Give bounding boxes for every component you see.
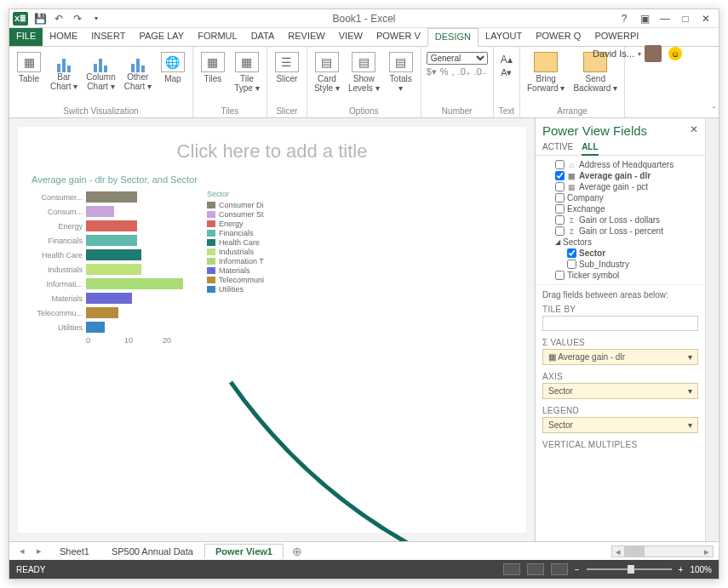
show-levels--button[interactable]: ▤ShowLevels ▾ [347,50,381,106]
ribbon-options-icon[interactable]: ▣ [637,12,652,26]
sheet-tab[interactable]: SP500 Annual Data [100,544,204,559]
tab-data[interactable]: DATA [244,28,282,46]
sheet-tab[interactable]: Power View1 [204,544,284,559]
tileby-dropzone[interactable] [542,316,698,331]
tab-powerpi[interactable]: POWERPI [588,28,645,46]
tab-formul[interactable]: FORMUL [191,28,244,46]
tab-design[interactable]: DESIGN [427,28,479,47]
card-style--button[interactable]: ▤CardStyle ▾ [312,50,341,106]
sheet-nav-prev-icon[interactable]: ◂ [14,545,30,557]
vertical-scrollbar[interactable] [705,118,719,541]
bring-forward--button[interactable]: BringForward ▾ [525,50,566,106]
view-page-icon[interactable] [527,563,544,575]
decrease-decimal-icon[interactable]: .0₋ [474,66,487,77]
bar[interactable] [86,220,137,231]
table-button[interactable]: ▦Table [14,50,43,106]
redo-icon[interactable]: ↷ [71,12,84,26]
decrease-font-icon[interactable]: A▾ [501,67,512,78]
bar[interactable] [86,293,132,304]
field-item[interactable]: Exchange [541,203,700,214]
field-checkbox[interactable] [555,160,565,169]
minimize-icon[interactable]: — [657,12,673,26]
zoom-in-icon[interactable]: + [679,565,684,574]
save-icon[interactable]: 💾 [33,12,47,26]
bar[interactable] [86,206,114,217]
field-checkbox[interactable] [555,271,565,280]
field-item[interactable]: ΣGain or Loss - percent [541,225,700,237]
field-item[interactable]: Company [541,192,700,203]
signed-in-user[interactable]: David Is... [593,49,634,59]
tab-power-v[interactable]: POWER V [370,28,427,46]
field-checkbox[interactable] [555,182,565,191]
bar[interactable] [86,307,118,318]
close-icon[interactable]: ✕ [698,12,714,26]
bar-chart--button[interactable]: BarChart ▾ [49,50,79,106]
tab-insert[interactable]: INSERT [84,28,132,46]
axis-dropzone[interactable]: Sector▾ [542,383,698,399]
tab-layout[interactable]: LAYOUT [479,28,529,46]
scroll-left-icon[interactable]: ◂ [612,546,624,557]
fields-tab-active[interactable]: ACTIVE [542,140,573,155]
tab-home[interactable]: HOME [43,28,84,46]
horizontal-scrollbar[interactable]: ◂▸ [611,545,714,557]
feedback-smiley-icon[interactable]: ☺ [668,47,682,60]
tab-file[interactable]: FILE [9,28,43,46]
bar[interactable] [86,191,137,203]
bar[interactable] [86,322,105,333]
zoom-slider[interactable] [587,568,672,570]
field-item[interactable]: ⌂Address of Headquarters [541,159,700,170]
tab-power-q[interactable]: POWER Q [529,28,588,46]
currency-icon[interactable]: $▾ [427,66,437,77]
field-item[interactable]: ▦Average gain - pct [541,181,700,192]
fields-tab-all[interactable]: ALL [582,140,598,156]
undo-icon[interactable]: ↶ [52,12,66,26]
chevron-down-icon[interactable]: ▾ [688,352,692,362]
increase-font-icon[interactable]: A▴ [501,54,513,66]
add-sheet-icon[interactable]: ⊕ [285,545,309,558]
field-checkbox[interactable] [555,226,565,236]
field-checkbox[interactable] [567,248,576,258]
user-avatar[interactable] [645,45,662,62]
tab-page-lay[interactable]: PAGE LAY [132,28,191,46]
legend-dropzone[interactable]: Sector▾ [542,417,698,433]
field-item[interactable]: ▦Average gain - dlr [541,170,700,181]
tab-review[interactable]: REVIEW [281,28,331,46]
comma-icon[interactable]: , [452,66,455,77]
bar[interactable] [86,264,141,275]
other-chart--button[interactable]: OtherChart ▾ [123,50,153,106]
collapse-ribbon-icon[interactable]: ˆ [713,106,715,116]
sheet-nav-next-icon[interactable]: ▸ [32,545,47,557]
field-checkbox[interactable] [555,171,565,180]
field-item[interactable]: Sub_Industry [541,259,700,270]
tab-view[interactable]: VIEW [332,28,370,46]
maximize-icon[interactable]: □ [678,12,693,26]
field-item[interactable]: Ticker symbol [541,270,700,281]
column-chart--button[interactable]: ColumnChart ▾ [84,50,117,106]
zoom-out-icon[interactable]: − [575,565,580,574]
qat-customize-icon[interactable]: ▾ [89,12,103,26]
help-icon[interactable]: ? [616,12,632,26]
title-placeholder[interactable]: Click here to add a title [32,135,513,174]
view-normal-icon[interactable] [503,563,520,575]
field-checkbox[interactable] [567,260,576,269]
tiles-button[interactable]: ▦Tiles [198,50,227,106]
field-item[interactable]: ΣGain or Loss - dollars [541,214,700,225]
values-dropzone[interactable]: ▦ Average gain - dlr▾ [542,349,698,365]
sheet-tab[interactable]: Sheet1 [49,544,100,559]
field-checkbox[interactable] [555,215,565,225]
chevron-down-icon[interactable]: ▾ [688,420,692,430]
number-format-select[interactable]: General [427,52,488,65]
bar[interactable] [86,249,141,260]
map-button[interactable]: 🌐Map [158,50,187,106]
field-checkbox[interactable] [555,204,565,214]
tile-type--button[interactable]: ▦TileType ▾ [232,50,261,106]
view-break-icon[interactable] [551,563,568,575]
power-view-canvas[interactable]: Click here to add a title Average gain -… [18,127,526,533]
bar-chart[interactable]: Consumer...Consum...EnergyFinancialsHeal… [32,190,202,345]
slicer-button[interactable]: ☰Slicer [272,50,301,106]
field-item[interactable]: Sector [541,248,700,259]
scroll-right-icon[interactable]: ▸ [701,546,713,557]
field-checkbox[interactable] [555,193,565,203]
bar[interactable] [86,278,183,289]
chevron-down-icon[interactable]: ▾ [688,386,692,396]
